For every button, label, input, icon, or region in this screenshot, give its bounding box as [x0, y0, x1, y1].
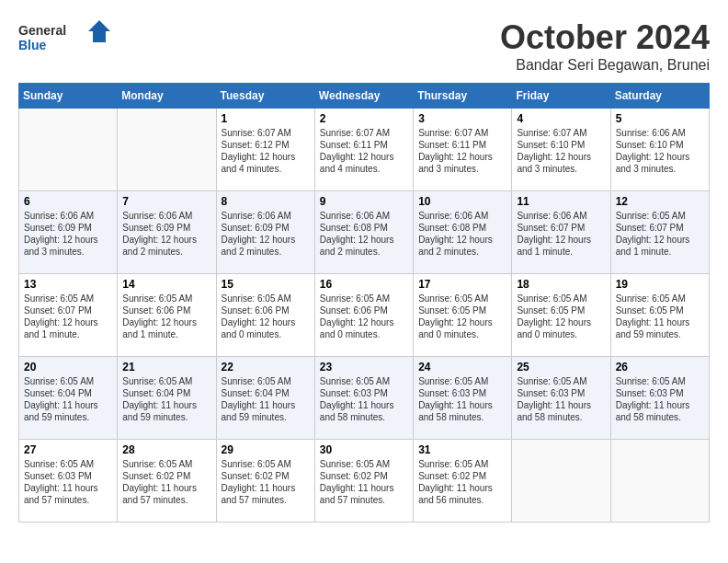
day-number: 17 — [418, 278, 506, 291]
day-number: 10 — [418, 195, 506, 208]
calendar-cell: 16Sunrise: 6:05 AM Sunset: 6:06 PM Dayli… — [314, 274, 413, 357]
calendar-cell — [610, 440, 709, 523]
day-number: 19 — [616, 278, 704, 291]
calendar-cell: 6Sunrise: 6:06 AM Sunset: 6:09 PM Daylig… — [19, 191, 118, 274]
calendar-cell: 25Sunrise: 6:05 AM Sunset: 6:03 PM Dayli… — [512, 357, 610, 440]
calendar-cell: 11Sunrise: 6:06 AM Sunset: 6:07 PM Dayli… — [512, 191, 610, 274]
calendar-cell: 19Sunrise: 6:05 AM Sunset: 6:05 PM Dayli… — [610, 274, 709, 357]
calendar-cell: 18Sunrise: 6:05 AM Sunset: 6:05 PM Dayli… — [512, 274, 610, 357]
title-area: October 2024 Bandar Seri Begawan, Brunei — [500, 18, 710, 74]
calendar-cell: 17Sunrise: 6:05 AM Sunset: 6:05 PM Dayli… — [414, 274, 512, 357]
header-tuesday: Tuesday — [216, 84, 314, 109]
location-title: Bandar Seri Begawan, Brunei — [500, 57, 710, 74]
day-info: Sunrise: 6:05 AM Sunset: 6:03 PM Dayligh… — [616, 375, 704, 423]
calendar-cell: 7Sunrise: 6:06 AM Sunset: 6:09 PM Daylig… — [118, 191, 216, 274]
calendar-cell: 9Sunrise: 6:06 AM Sunset: 6:08 PM Daylig… — [314, 191, 413, 274]
header-sunday: Sunday — [19, 84, 118, 109]
day-number: 2 — [320, 112, 408, 125]
day-info: Sunrise: 6:05 AM Sunset: 6:04 PM Dayligh… — [24, 375, 112, 423]
day-info: Sunrise: 6:06 AM Sunset: 6:09 PM Dayligh… — [122, 210, 210, 258]
calendar: SundayMondayTuesdayWednesdayThursdayFrid… — [18, 83, 710, 523]
day-info: Sunrise: 6:05 AM Sunset: 6:02 PM Dayligh… — [320, 458, 408, 506]
svg-text:Blue: Blue — [18, 38, 47, 52]
day-info: Sunrise: 6:05 AM Sunset: 6:06 PM Dayligh… — [320, 293, 408, 340]
day-info: Sunrise: 6:05 AM Sunset: 6:02 PM Dayligh… — [122, 458, 210, 506]
day-number: 4 — [517, 112, 605, 125]
day-info: Sunrise: 6:07 AM Sunset: 6:12 PM Dayligh… — [222, 127, 310, 175]
svg-marker-2 — [88, 20, 110, 42]
calendar-week-row: 27Sunrise: 6:05 AM Sunset: 6:03 PM Dayli… — [19, 440, 710, 523]
day-number: 9 — [320, 195, 408, 208]
calendar-cell: 12Sunrise: 6:05 AM Sunset: 6:07 PM Dayli… — [610, 191, 709, 274]
calendar-week-row: 1Sunrise: 6:07 AM Sunset: 6:12 PM Daylig… — [19, 109, 710, 191]
day-number: 31 — [418, 443, 506, 456]
day-info: Sunrise: 6:05 AM Sunset: 6:04 PM Dayligh… — [122, 375, 210, 423]
calendar-header-row: SundayMondayTuesdayWednesdayThursdayFrid… — [19, 84, 710, 109]
day-info: Sunrise: 6:06 AM Sunset: 6:09 PM Dayligh… — [222, 210, 310, 258]
day-info: Sunrise: 6:05 AM Sunset: 6:03 PM Dayligh… — [24, 458, 112, 506]
logo-svg: General Blue — [18, 18, 110, 60]
day-number: 3 — [418, 112, 506, 125]
header: General Blue October 2024 Bandar Seri Be… — [18, 18, 710, 74]
header-friday: Friday — [512, 84, 610, 109]
day-info: Sunrise: 6:05 AM Sunset: 6:03 PM Dayligh… — [517, 375, 605, 423]
day-info: Sunrise: 6:07 AM Sunset: 6:10 PM Dayligh… — [517, 127, 605, 175]
day-info: Sunrise: 6:07 AM Sunset: 6:11 PM Dayligh… — [320, 127, 408, 175]
day-number: 13 — [24, 278, 112, 291]
calendar-cell: 30Sunrise: 6:05 AM Sunset: 6:02 PM Dayli… — [314, 440, 413, 523]
calendar-cell: 4Sunrise: 6:07 AM Sunset: 6:10 PM Daylig… — [512, 109, 610, 191]
day-info: Sunrise: 6:07 AM Sunset: 6:11 PM Dayligh… — [418, 127, 506, 175]
svg-text:General: General — [18, 23, 66, 38]
day-number: 1 — [222, 112, 310, 125]
day-info: Sunrise: 6:05 AM Sunset: 6:05 PM Dayligh… — [517, 293, 605, 340]
day-number: 15 — [222, 278, 310, 291]
day-info: Sunrise: 6:06 AM Sunset: 6:08 PM Dayligh… — [418, 210, 506, 258]
day-number: 27 — [24, 443, 112, 456]
calendar-cell: 2Sunrise: 6:07 AM Sunset: 6:11 PM Daylig… — [314, 109, 413, 191]
day-number: 29 — [222, 443, 310, 456]
day-number: 5 — [616, 112, 704, 125]
calendar-cell — [512, 440, 610, 523]
calendar-cell — [118, 109, 216, 191]
day-number: 6 — [24, 195, 112, 208]
day-info: Sunrise: 6:05 AM Sunset: 6:05 PM Dayligh… — [418, 293, 506, 340]
day-info: Sunrise: 6:06 AM Sunset: 6:10 PM Dayligh… — [616, 127, 704, 175]
day-number: 22 — [222, 361, 310, 373]
day-info: Sunrise: 6:06 AM Sunset: 6:09 PM Dayligh… — [24, 210, 112, 258]
calendar-week-row: 13Sunrise: 6:05 AM Sunset: 6:07 PM Dayli… — [19, 274, 710, 357]
day-info: Sunrise: 6:05 AM Sunset: 6:03 PM Dayligh… — [320, 375, 408, 423]
calendar-cell: 20Sunrise: 6:05 AM Sunset: 6:04 PM Dayli… — [19, 357, 118, 440]
calendar-cell: 24Sunrise: 6:05 AM Sunset: 6:03 PM Dayli… — [414, 357, 512, 440]
day-number: 30 — [320, 443, 408, 456]
calendar-cell: 8Sunrise: 6:06 AM Sunset: 6:09 PM Daylig… — [216, 191, 314, 274]
calendar-cell: 21Sunrise: 6:05 AM Sunset: 6:04 PM Dayli… — [118, 357, 216, 440]
day-info: Sunrise: 6:05 AM Sunset: 6:02 PM Dayligh… — [418, 458, 506, 506]
header-monday: Monday — [118, 84, 216, 109]
calendar-cell: 10Sunrise: 6:06 AM Sunset: 6:08 PM Dayli… — [414, 191, 512, 274]
day-number: 26 — [616, 361, 704, 373]
day-info: Sunrise: 6:05 AM Sunset: 6:07 PM Dayligh… — [24, 293, 112, 340]
day-info: Sunrise: 6:05 AM Sunset: 6:06 PM Dayligh… — [122, 293, 210, 340]
day-number: 23 — [320, 361, 408, 373]
calendar-week-row: 6Sunrise: 6:06 AM Sunset: 6:09 PM Daylig… — [19, 191, 710, 274]
day-number: 8 — [222, 195, 310, 208]
day-info: Sunrise: 6:05 AM Sunset: 6:05 PM Dayligh… — [616, 293, 704, 340]
calendar-week-row: 20Sunrise: 6:05 AM Sunset: 6:04 PM Dayli… — [19, 357, 710, 440]
day-number: 11 — [517, 195, 605, 208]
calendar-cell — [19, 109, 118, 191]
day-info: Sunrise: 6:06 AM Sunset: 6:07 PM Dayligh… — [517, 210, 605, 258]
calendar-cell: 13Sunrise: 6:05 AM Sunset: 6:07 PM Dayli… — [19, 274, 118, 357]
calendar-cell: 23Sunrise: 6:05 AM Sunset: 6:03 PM Dayli… — [314, 357, 413, 440]
day-number: 28 — [122, 443, 210, 456]
day-number: 14 — [122, 278, 210, 291]
day-info: Sunrise: 6:05 AM Sunset: 6:03 PM Dayligh… — [418, 375, 506, 423]
calendar-cell: 1Sunrise: 6:07 AM Sunset: 6:12 PM Daylig… — [216, 109, 314, 191]
day-number: 12 — [616, 195, 704, 208]
calendar-cell: 5Sunrise: 6:06 AM Sunset: 6:10 PM Daylig… — [610, 109, 709, 191]
calendar-cell: 15Sunrise: 6:05 AM Sunset: 6:06 PM Dayli… — [216, 274, 314, 357]
calendar-cell: 26Sunrise: 6:05 AM Sunset: 6:03 PM Dayli… — [610, 357, 709, 440]
day-number: 7 — [122, 195, 210, 208]
day-info: Sunrise: 6:05 AM Sunset: 6:06 PM Dayligh… — [222, 293, 310, 340]
header-saturday: Saturday — [610, 84, 709, 109]
calendar-cell: 29Sunrise: 6:05 AM Sunset: 6:02 PM Dayli… — [216, 440, 314, 523]
